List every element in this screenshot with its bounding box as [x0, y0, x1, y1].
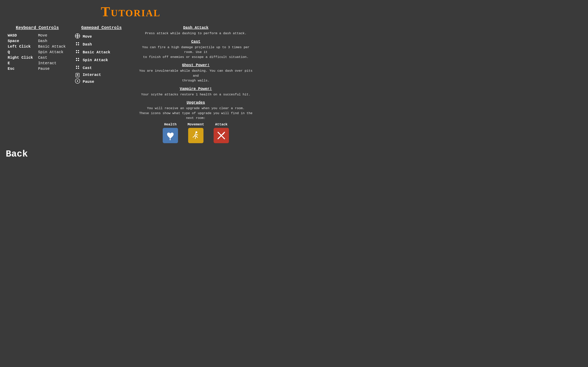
info-upgrades-text: You will receive an upgrade when you cle…: [138, 106, 254, 121]
gamepad-action-move: Move: [83, 34, 92, 39]
gamepad-row-basic-attack: Basic Attack: [75, 49, 128, 56]
btn-r-icon: R: [76, 73, 79, 77]
main-content: Keyboard Controls WASD Move Space Dash L…: [8, 25, 254, 155]
gamepad-row-pause: Pause: [75, 78, 128, 85]
svg-point-10: [76, 44, 77, 45]
svg-point-17: [78, 58, 79, 59]
key-right-click: Right Click: [8, 55, 34, 60]
gamepad-section-title: Gamepad Controls: [75, 25, 128, 30]
svg-point-22: [76, 68, 77, 69]
action-cast-kb: Cast: [38, 55, 67, 60]
info-ghost-power: Ghost Power! You are invulnerable while …: [138, 63, 254, 83]
info-cast-text: You can fire a high damage projectile up…: [138, 45, 254, 60]
keyboard-controls-table: WASD Move Space Dash Left Click Basic At…: [8, 33, 67, 71]
gamepad-row-interact: R Interact: [75, 72, 128, 77]
action-dash-kb: Dash: [38, 39, 67, 43]
key-wasd: WASD: [8, 33, 34, 38]
info-cast-title: Cast: [138, 39, 254, 44]
gamepad-icon-basic-attack: [75, 49, 80, 56]
svg-point-16: [76, 58, 77, 59]
gamepad-row-cast: Cast: [75, 65, 128, 71]
upgrades-icons: Health Movement: [138, 123, 254, 143]
key-q: Q: [8, 50, 34, 54]
keyboard-section: Keyboard Controls WASD Move Space Dash L…: [8, 25, 67, 155]
svg-text:+: +: [222, 132, 224, 136]
svg-point-23: [78, 68, 79, 69]
gamepad-icon-dash: [75, 41, 80, 48]
upgrade-attack-label: Attack: [215, 123, 228, 126]
gamepad-action-spin-attack: Spin Attack: [83, 58, 108, 62]
upgrade-item-movement: Movement: [188, 123, 204, 143]
svg-point-21: [78, 66, 79, 67]
key-space: Space: [8, 39, 34, 43]
svg-point-25: [77, 81, 78, 82]
svg-point-8: [76, 42, 77, 43]
info-dash-attack-title: Dash Attack: [138, 25, 254, 30]
action-move-kb: Move: [38, 33, 67, 38]
svg-point-15: [78, 52, 79, 53]
gamepad-icon-pause: [75, 78, 80, 85]
info-vampire-power-title: Vampire Power!: [138, 87, 254, 91]
info-upgrades: Upgrades You will receive an upgrade whe…: [138, 100, 254, 143]
action-basic-attack-kb: Basic Attack: [38, 44, 67, 49]
upgrade-health-icon: [163, 128, 178, 143]
info-vampire-power: Vampire Power! Your scythe attacks resto…: [138, 87, 254, 97]
svg-point-19: [78, 60, 79, 61]
page-title: Tutorial: [8, 4, 254, 20]
svg-point-7: [77, 35, 78, 36]
svg-point-11: [78, 44, 79, 45]
gamepad-action-basic-attack: Basic Attack: [83, 50, 110, 54]
key-e: E: [8, 61, 34, 65]
upgrade-attack-icon: +: [214, 128, 229, 143]
svg-point-9: [78, 42, 79, 43]
gamepad-action-dash: Dash: [83, 42, 92, 47]
upgrade-movement-label: Movement: [188, 123, 204, 126]
svg-point-12: [76, 50, 77, 51]
gamepad-action-interact: Interact: [83, 73, 101, 77]
info-dash-attack: Dash Attack Press attack while dashing t…: [138, 25, 254, 36]
svg-point-13: [78, 50, 79, 51]
svg-point-28: [195, 131, 197, 133]
upgrade-movement-icon: [188, 128, 203, 143]
svg-point-20: [76, 66, 77, 67]
gamepad-row-dash: Dash: [75, 41, 128, 48]
gamepad-row-spin-attack: Spin Attack: [75, 57, 128, 63]
info-dash-attack-text: Press attack while dashing to perform a …: [138, 31, 254, 36]
gamepad-icon-cast: [75, 65, 80, 71]
svg-point-14: [76, 52, 77, 53]
svg-point-27: [170, 139, 171, 140]
gamepad-section: Gamepad Controls: [75, 25, 128, 155]
left-panel: Keyboard Controls WASD Move Space Dash L…: [8, 25, 130, 155]
upgrade-item-attack: Attack +: [214, 123, 229, 143]
action-spin-attack-kb: Spin Attack: [38, 50, 67, 54]
info-ghost-power-text: You are invulnerable while dashing. You …: [138, 68, 254, 83]
gamepad-icon-move: [75, 33, 80, 40]
gamepad-row-move: Move: [75, 33, 128, 40]
right-panel: Dash Attack Press attack while dashing t…: [130, 25, 254, 155]
key-left-click: Left Click: [8, 44, 34, 49]
gamepad-action-cast: Cast: [83, 66, 92, 70]
gamepad-action-pause: Pause: [83, 80, 94, 84]
info-upgrades-title: Upgrades: [138, 100, 254, 105]
info-cast: Cast You can fire a high damage projecti…: [138, 39, 254, 60]
back-button[interactable]: Back: [6, 149, 28, 159]
info-ghost-power-title: Ghost Power!: [138, 63, 254, 67]
tutorial-page: Tutorial Keyboard Controls WASD Move Spa…: [0, 0, 261, 163]
keyboard-section-title: Keyboard Controls: [8, 25, 67, 30]
action-interact-kb: Interact: [38, 61, 67, 65]
gamepad-icon-spin-attack: [75, 57, 80, 63]
info-vampire-power-text: Your scythe attacks restore 1 health on …: [138, 92, 254, 97]
upgrade-health-label: Health: [164, 123, 176, 126]
action-pause-kb: Pause: [38, 67, 67, 71]
svg-point-18: [76, 60, 77, 61]
upgrade-item-health: Health: [163, 123, 178, 143]
key-esc: Esc: [8, 67, 34, 71]
gamepad-icon-interact: R: [75, 72, 80, 77]
